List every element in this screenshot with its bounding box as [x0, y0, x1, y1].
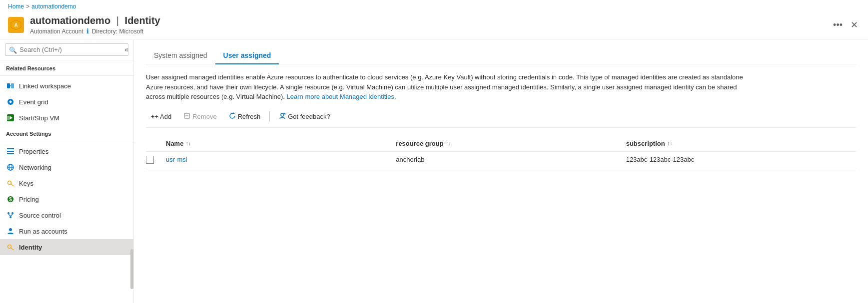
- header-subtitle: Automation Account ℹ Directory: Microsof…: [30, 27, 827, 35]
- row-checkbox-cell: [146, 156, 166, 164]
- svg-rect-8: [7, 116, 8, 120]
- remove-icon: [183, 112, 190, 121]
- svg-point-30: [281, 113, 284, 116]
- sidebar-item-identity[interactable]: Identity: [0, 239, 133, 255]
- main-content: System assigned User assigned User assig…: [134, 39, 868, 303]
- keys-icon: [6, 179, 15, 188]
- svg-point-25: [8, 245, 11, 249]
- identity-table: Name ↑↓ resource group ↑↓ subscription ↑…: [146, 136, 856, 168]
- sidebar-item-pricing[interactable]: $ Pricing: [0, 191, 133, 207]
- sidebar-item-label-linked-workspace: Linked workspace: [19, 82, 71, 90]
- svg-point-24: [9, 228, 12, 231]
- svg-line-31: [284, 113, 286, 114]
- identity-icon: [6, 243, 15, 252]
- svg-line-22: [8, 214, 10, 216]
- table-header-resource-group[interactable]: resource group ↑↓: [396, 140, 626, 147]
- row-rg-cell: anchorlab: [396, 156, 626, 163]
- sidebar-section-label-account: Account Settings: [0, 126, 133, 139]
- resource-icon: A: [8, 17, 24, 33]
- sidebar-item-event-grid[interactable]: Event grid: [0, 94, 133, 110]
- sidebar-section-related-resources: Related Resources Linked workspace Event…: [0, 60, 133, 126]
- properties-icon: [6, 147, 15, 156]
- sidebar-item-label-source-control: Source control: [19, 212, 61, 219]
- collapse-sidebar-button[interactable]: «: [121, 44, 131, 54]
- sidebar-scrollbar-thumb: [130, 249, 133, 289]
- header-title-area: automationdemo | Identity Automation Acc…: [30, 15, 827, 35]
- sidebar-item-properties[interactable]: Properties: [0, 143, 133, 159]
- add-icon: +: [151, 113, 155, 120]
- table-row: usr-msi anchorlab 123abc-123abc-123abc: [146, 152, 856, 168]
- search-icon: 🔍: [9, 46, 17, 53]
- feedback-icon: [279, 112, 286, 121]
- svg-point-15: [8, 181, 11, 185]
- table-header: Name ↑↓ resource group ↑↓ subscription ↑…: [146, 136, 856, 152]
- sidebar-search-area: 🔍 «: [0, 39, 133, 60]
- toolbar-separator: [269, 111, 270, 121]
- table-header-subscription[interactable]: subscription ↑↓: [626, 140, 856, 147]
- info-icon: ℹ: [86, 27, 89, 35]
- svg-point-21: [9, 216, 11, 218]
- sidebar-item-label-pricing: Pricing: [19, 196, 39, 203]
- svg-text:A: A: [14, 22, 17, 28]
- feedback-button[interactable]: Got feedback?: [274, 110, 335, 123]
- breadcrumb-current[interactable]: automationdemo: [31, 3, 76, 10]
- sidebar-item-label-networking: Networking: [19, 164, 51, 171]
- sort-icon-sub: ↑↓: [667, 140, 673, 146]
- networking-icon: [6, 163, 15, 172]
- svg-line-16: [11, 184, 14, 187]
- refresh-icon: [229, 112, 236, 121]
- learn-more-link[interactable]: Learn more about Managed identities.: [287, 93, 396, 100]
- sort-icon-name: ↑↓: [185, 140, 191, 146]
- breadcrumb-separator: >: [26, 3, 29, 10]
- svg-rect-11: [7, 153, 14, 154]
- svg-line-26: [11, 248, 14, 251]
- row-name-link[interactable]: usr-msi: [166, 156, 187, 163]
- row-name-cell: usr-msi: [166, 156, 396, 163]
- sidebar-item-source-control[interactable]: Source control: [0, 207, 133, 223]
- header-title: automationdemo | Identity: [30, 15, 827, 26]
- tab-user-assigned[interactable]: User assigned: [215, 47, 279, 64]
- sidebar-item-label-start-stop-vm: Start/Stop VM: [19, 114, 59, 122]
- sidebar-item-networking[interactable]: Networking: [0, 159, 133, 175]
- toolbar: + + Add Remove Refresh Got feedb: [146, 110, 856, 128]
- sidebar-section-account-settings: Account Settings Properties Networking K…: [0, 126, 133, 255]
- svg-line-23: [10, 214, 12, 216]
- svg-rect-10: [7, 151, 14, 152]
- tab-bar: System assigned User assigned: [146, 47, 856, 64]
- remove-button[interactable]: Remove: [178, 110, 221, 123]
- table-header-name[interactable]: Name ↑↓: [166, 140, 396, 147]
- sidebar-item-start-stop-vm[interactable]: Start/Stop VM: [0, 110, 133, 126]
- add-button[interactable]: + + Add: [146, 110, 176, 123]
- svg-point-20: [11, 212, 13, 214]
- sidebar-item-label-event-grid: Event grid: [19, 98, 48, 106]
- row-subscription-cell: 123abc-123abc-123abc: [626, 156, 856, 163]
- sidebar-item-label-identity: Identity: [19, 244, 42, 251]
- svg-point-19: [7, 212, 9, 214]
- sidebar-item-label-run-as-accounts: Run as accounts: [19, 228, 67, 235]
- sidebar-item-keys[interactable]: Keys: [0, 175, 133, 191]
- sidebar-item-label-keys: Keys: [19, 180, 33, 187]
- svg-rect-2: [7, 83, 10, 88]
- event-grid-icon: [6, 97, 15, 106]
- row-checkbox[interactable]: [146, 156, 154, 164]
- sort-icon-rg: ↑↓: [446, 140, 451, 146]
- start-stop-vm-icon: [6, 113, 15, 122]
- linked-workspace-icon: [6, 81, 15, 90]
- table-header-checkbox: [146, 140, 166, 147]
- more-options-button[interactable]: •••: [833, 20, 843, 30]
- sidebar-item-linked-workspace[interactable]: Linked workspace: [0, 78, 133, 94]
- breadcrumb-home[interactable]: Home: [8, 3, 24, 10]
- pricing-icon: $: [6, 195, 15, 204]
- svg-text:$: $: [9, 197, 12, 202]
- sidebar-item-run-as-accounts[interactable]: Run as accounts: [0, 223, 133, 239]
- tab-system-assigned[interactable]: System assigned: [146, 47, 215, 64]
- source-control-icon: [6, 211, 15, 220]
- sidebar-section-label-related: Related Resources: [0, 60, 133, 73]
- description-text: User assigned managed identities enable …: [146, 72, 746, 102]
- svg-rect-3: [11, 83, 14, 88]
- breadcrumb: Home > automationdemo: [0, 0, 868, 13]
- close-button[interactable]: ✕: [849, 17, 860, 32]
- search-input[interactable]: [5, 43, 128, 56]
- sidebar: 🔍 « Related Resources Linked workspace E…: [0, 39, 134, 303]
- refresh-button[interactable]: Refresh: [224, 110, 266, 123]
